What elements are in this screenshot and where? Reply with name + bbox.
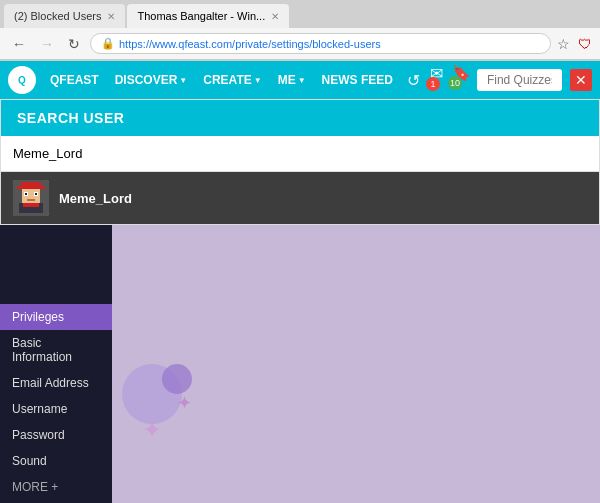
sidebar-item-basic-information[interactable]: Basic Information [0,330,112,370]
nav-qfeast[interactable]: QFEAST [44,69,105,91]
chevron-down-icon: ▼ [298,76,306,85]
svg-rect-10 [23,203,39,207]
search-user-input[interactable] [1,136,599,172]
tab-blocked-users[interactable]: (2) Blocked Users ✕ [4,4,125,28]
svg-rect-7 [35,193,37,195]
search-result-item[interactable]: Meme_Lord [1,172,599,224]
search-result-name: Meme_Lord [59,191,132,206]
address-bar: ← → ↻ 🔒 https://www.qfeast.com/private/s… [0,28,600,60]
tab-close-icon[interactable]: ✕ [107,11,115,22]
mail-badge: 1 [426,77,440,91]
search-input[interactable] [477,69,562,91]
qfeast-logo[interactable]: Q [8,66,36,94]
nav-newsfeed[interactable]: NEWS FEED [316,69,399,91]
svg-rect-1 [21,182,41,186]
tab-label: (2) Blocked Users [14,10,101,22]
browser-icons: ☆ 🛡 [557,36,592,52]
sidebar-item-email-address[interactable]: Email Address [0,370,112,396]
logo-text: Q [18,75,26,86]
qfeast-navbar: Q QFEAST DISCOVER ▼ CREATE ▼ ME ▼ NEWS F… [0,61,600,99]
back-button[interactable]: ← [8,34,30,54]
search-user-panel: SEARCH USER [0,99,600,225]
refresh-icon: ↺ [407,72,420,89]
sidebar-item-sound[interactable]: Sound [0,448,112,474]
reload-button[interactable]: ↻ [64,34,84,54]
decorative-sparkle: ✦ [142,416,162,444]
shield-icon: 🛡 [578,36,592,52]
main-content: SEARCH USER [0,99,600,503]
star-icon[interactable]: ☆ [557,36,570,52]
chevron-down-icon: ▼ [179,76,187,85]
sidebar-item-username[interactable]: Username [0,396,112,422]
url-bar[interactable]: 🔒 https://www.qfeast.com/private/setting… [90,33,551,54]
sidebar-item-password[interactable]: Password [0,422,112,448]
refresh-icon-wrap[interactable]: ↺ [407,71,420,90]
nav-discover[interactable]: DISCOVER ▼ [109,69,194,91]
tab-close-icon[interactable]: ✕ [271,11,279,22]
svg-rect-6 [25,193,27,195]
chevron-down-icon: ▼ [254,76,262,85]
tab-bar: (2) Blocked Users ✕ Thomas Bangalter - W… [0,0,600,28]
search-user-header: SEARCH USER [1,100,599,136]
forward-button[interactable]: → [36,34,58,54]
nav-me[interactable]: ME ▼ [272,69,312,91]
avatar [13,180,49,216]
browser-chrome: (2) Blocked Users ✕ Thomas Bangalter - W… [0,0,600,61]
blob-decoration-small [162,364,192,394]
decorative-star: ✦ [177,392,192,414]
close-button[interactable]: ✕ [570,69,592,91]
sidebar-item-privileges[interactable]: Privileges [0,304,112,330]
bookmark-icon-wrap[interactable]: 🔖 10 [452,64,471,96]
search-bar[interactable] [477,69,562,91]
mail-icon-wrap[interactable]: ✉ 1 [430,64,444,97]
tab-label: Thomas Bangalter - Win... [137,10,265,22]
avatar-image [13,180,49,216]
lock-icon: 🔒 [101,37,115,50]
url-text: https://www.qfeast.com/private/settings/… [119,38,540,50]
bookmark-badge: 10 [448,76,462,90]
tab-thomas[interactable]: Thomas Bangalter - Win... ✕ [127,4,289,28]
svg-rect-2 [17,186,45,189]
nav-create[interactable]: CREATE ▼ [197,69,267,91]
svg-rect-8 [27,199,35,201]
sidebar-item-more[interactable]: MORE + [0,474,112,500]
